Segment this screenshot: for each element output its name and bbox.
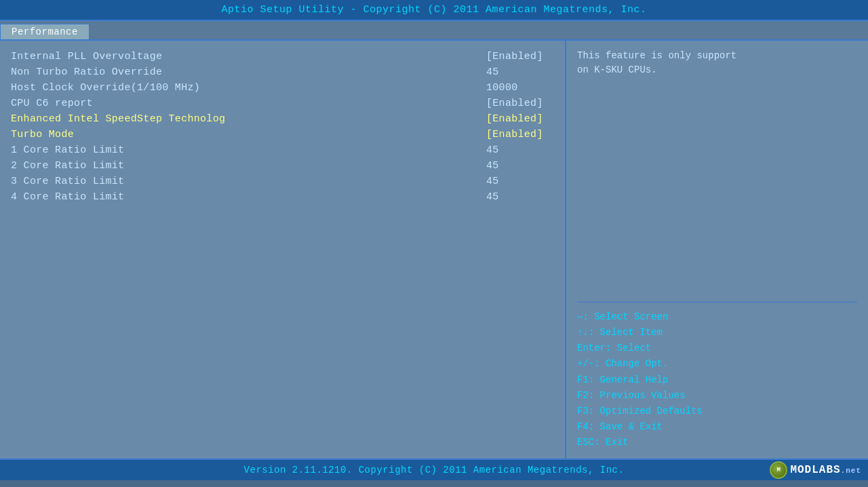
- menu-item-label: Non Turbo Ratio Override: [11, 66, 162, 78]
- menu-item-value: 10000: [486, 82, 554, 94]
- key-help-item: ↔: Select Screen: [577, 309, 857, 325]
- help-text: This feature is only support on K-SKU CP…: [577, 49, 857, 295]
- menu-item-value: [Enabled]: [486, 51, 554, 62]
- header-title: Aptio Setup Utility - Copyright (C) 2011…: [221, 4, 646, 16]
- right-panel: This feature is only support on K-SKU CP…: [566, 41, 868, 459]
- menu-item[interactable]: 3 Core Ratio Limit45: [11, 174, 554, 189]
- menu-item-value: 45: [486, 191, 554, 203]
- menu-item-label: CPU C6 report: [11, 98, 93, 109]
- menu-item-label: 3 Core Ratio Limit: [11, 176, 124, 187]
- menu-item-label: 4 Core Ratio Limit: [11, 191, 124, 203]
- menu-item-value: [Enabled]: [486, 113, 554, 125]
- menu-item[interactable]: Internal PLL Overvoltage[Enabled]: [11, 49, 554, 64]
- key-help-item: F2: Previous Values: [577, 388, 857, 404]
- menu-item-label: Enhanced Intel SpeedStep Technolog: [11, 113, 225, 125]
- menu-item[interactable]: CPU C6 report[Enabled]: [11, 96, 554, 111]
- key-help-item: F1: General Help: [577, 372, 857, 388]
- menu-item-value: 45: [486, 160, 554, 172]
- bios-header: Aptio Setup Utility - Copyright (C) 2011…: [0, 0, 868, 21]
- menu-item-label: 1 Core Ratio Limit: [11, 144, 124, 156]
- help-line2: on K-SKU CPUs.: [577, 63, 857, 77]
- key-help-item: F3: Optimized Defaults: [577, 404, 857, 419]
- menu-item-value: [Enabled]: [486, 129, 554, 140]
- key-help-item: ESC: Exit: [577, 435, 857, 450]
- tab-performance[interactable]: Performance: [0, 24, 90, 39]
- menu-item[interactable]: Enhanced Intel SpeedStep Technolog[Enabl…: [11, 111, 554, 127]
- key-help-item: ↑↓: Select Item: [577, 325, 857, 340]
- menu-item-value: 45: [486, 176, 554, 187]
- key-help-item: F4: Save & Exit: [577, 419, 857, 435]
- logo-icon: M: [770, 461, 787, 479]
- menu-item-label: Turbo Mode: [11, 129, 74, 140]
- menu-item[interactable]: 4 Core Ratio Limit45: [11, 189, 554, 205]
- menu-item-label: Internal PLL Overvoltage: [11, 51, 162, 62]
- menu-item-value: 45: [486, 144, 554, 156]
- menu-item[interactable]: Non Turbo Ratio Override45: [11, 64, 554, 80]
- left-panel: Internal PLL Overvoltage[Enabled]Non Tur…: [0, 41, 566, 459]
- menu-item-value: 45: [486, 66, 554, 78]
- menu-item[interactable]: 2 Core Ratio Limit45: [11, 158, 554, 174]
- logo: M MODLABS.net: [770, 461, 861, 479]
- menu-item[interactable]: Host Clock Override(1/100 MHz)10000: [11, 80, 554, 96]
- key-help-item: Enter: Select: [577, 340, 857, 356]
- menu-item-label: 2 Core Ratio Limit: [11, 160, 124, 172]
- bios-footer: Version 2.11.1210. Copyright (C) 2011 Am…: [0, 460, 868, 480]
- main-content: Internal PLL Overvoltage[Enabled]Non Tur…: [0, 41, 868, 460]
- help-divider: [577, 302, 857, 303]
- key-help: ↔: Select Screen↑↓: Select ItemEnter: Se…: [577, 309, 857, 450]
- help-line1: This feature is only support: [577, 49, 857, 63]
- logo-symbol: M: [776, 467, 781, 473]
- menu-item[interactable]: Turbo Mode[Enabled]: [11, 127, 554, 142]
- menu-item[interactable]: 1 Core Ratio Limit45: [11, 142, 554, 158]
- logo-brand: MODLABS.net: [790, 464, 861, 476]
- footer-text: Version 2.11.1210. Copyright (C) 2011 Am…: [244, 465, 625, 475]
- tab-row: Performance: [0, 21, 868, 41]
- menu-container: Internal PLL Overvoltage[Enabled]Non Tur…: [11, 49, 554, 205]
- key-help-item: +/-: Change Opt.: [577, 356, 857, 372]
- menu-item-label: Host Clock Override(1/100 MHz): [11, 82, 200, 94]
- menu-item-value: [Enabled]: [486, 98, 554, 109]
